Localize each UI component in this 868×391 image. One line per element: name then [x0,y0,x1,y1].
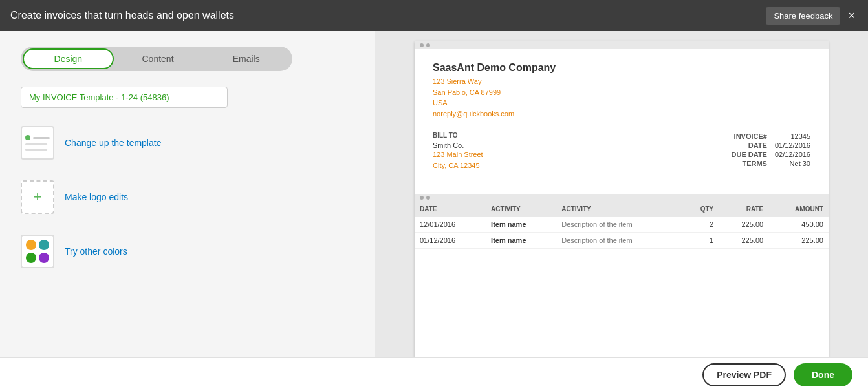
invoice-body: SaasAnt Demo Company 123 Sierra Way San … [415,49,829,186]
divider-dot-2 [426,196,430,200]
change-template-label: Change up the template [65,138,161,148]
change-template-option[interactable]: Change up the template [21,126,354,160]
plus-icon: + [34,189,42,206]
left-panel: Design Content Emails [0,31,375,357]
color-dot-green [26,253,36,263]
logo-edits-icon: + [21,180,54,214]
other-colors-icon [21,235,54,268]
divider-dot-1 [420,196,424,200]
color-dot-orange [26,240,36,250]
tab-content[interactable]: Content [114,48,202,69]
change-template-icon [21,126,54,160]
bar-dot-2 [426,43,430,47]
footer: Preview PDF Done [0,357,868,391]
bar-dot-1 [420,43,424,47]
header-actions: Share feedback × [766,7,858,25]
invoice-table: DATE ACTIVITY ACTIVITY QTY RATE AMOUNT 1… [415,202,829,249]
share-feedback-button[interactable]: Share feedback [766,7,840,25]
table-row: 12/01/2016 Item name Description of the … [415,217,829,233]
col-activity1: ACTIVITY [486,202,556,217]
col-amount: AMOUNT [768,202,829,217]
col-rate: RATE [719,202,768,217]
col-qty: QTY [682,202,719,217]
color-dot-teal [39,240,49,250]
invoice-top-bar [415,41,829,49]
app-header: Create invoices that turn heads and open… [0,0,868,31]
table-row: 01/12/2016 Item name Description of the … [415,233,829,249]
invoice-meta: INVOICE# 12345 DATE 01/12/2016 DUE DATE … [724,132,810,171]
tabs-container: Design Content Emails [21,47,292,71]
col-activity2: ACTIVITY [556,202,682,217]
template-name-input[interactable] [21,87,228,108]
logo-edits-option[interactable]: + Make logo edits [21,180,354,214]
tab-emails[interactable]: Emails [202,48,290,69]
tab-design[interactable]: Design [23,48,114,69]
done-button[interactable]: Done [794,363,852,386]
company-address: 123 Sierra Way San Pablo, CA 87999 USA n… [433,76,810,119]
bill-to-section: BILL TO Smith Co. 123 Main Street City, … [433,132,483,171]
invoice-divider-bar [415,194,829,202]
other-colors-option[interactable]: Try other colors [21,235,354,268]
color-dot-purple [39,253,49,263]
company-name: SaasAnt Demo Company [433,62,810,74]
invoice-middle-section: BILL TO Smith Co. 123 Main Street City, … [433,132,810,171]
col-date: DATE [415,202,486,217]
bill-to-address: 123 Main Street City, CA 12345 [433,149,483,171]
header-title: Create invoices that turn heads and open… [10,10,234,21]
logo-edits-label: Make logo edits [65,192,128,202]
other-colors-label: Try other colors [65,246,127,257]
invoice-preview: SaasAnt Demo Company 123 Sierra Way San … [415,41,829,357]
preview-pdf-button[interactable]: Preview PDF [702,363,786,386]
main-content: Design Content Emails [0,31,868,357]
invoice-preview-panel: SaasAnt Demo Company 123 Sierra Way San … [375,31,868,357]
close-button[interactable]: × [845,9,858,23]
